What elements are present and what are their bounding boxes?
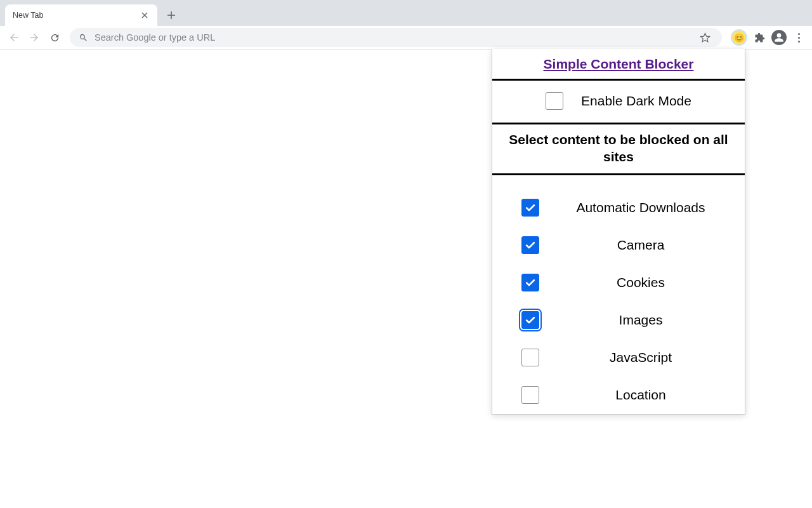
block-item-checkbox[interactable] [521,311,539,329]
block-list: Automatic DownloadsCameraCookiesImagesJa… [492,175,745,414]
profile-avatar-icon[interactable] [771,30,787,45]
block-item-row: Cookies [492,264,745,302]
block-item-row: Camera [492,227,745,264]
popup-title: Simple Content Blocker [492,49,745,79]
block-item-row: JavaScript [492,339,745,377]
block-item-checkbox[interactable] [521,236,539,254]
forward-button[interactable] [25,29,43,46]
block-item-row: Location [492,377,745,414]
block-item-row: Images [492,302,745,339]
block-item-label: Cookies [568,275,745,290]
block-item-label: Images [568,312,745,328]
address-bar[interactable]: Search Google or type a URL [70,28,722,47]
bookmark-star-icon[interactable] [700,32,710,43]
omnibox-placeholder: Search Google or type a URL [95,32,700,43]
dark-mode-label: Enable Dark Mode [581,93,691,109]
extension-icon[interactable]: 😊 [731,29,747,46]
popup-title-link[interactable]: Simple Content Blocker [544,57,694,71]
back-button[interactable] [5,29,23,46]
tab-title: New Tab [13,11,140,20]
tab-strip: New Tab [0,0,812,26]
block-item-checkbox[interactable] [521,386,539,404]
block-item-label: Location [568,387,745,403]
block-item-label: Automatic Downloads [568,200,745,215]
reload-button[interactable] [46,29,63,46]
extensions-puzzle-icon[interactable] [751,29,768,46]
block-item-checkbox[interactable] [521,349,539,366]
search-icon [79,33,88,43]
browser-toolbar: Search Google or type a URL 😊 [0,26,812,50]
block-item-checkbox[interactable] [521,199,539,217]
extension-popup: Simple Content Blocker Enable Dark Mode … [492,49,745,415]
dark-mode-checkbox[interactable] [546,92,563,110]
new-tab-button[interactable] [162,6,180,24]
browser-menu-button[interactable] [790,29,807,46]
block-item-label: JavaScript [568,350,745,365]
browser-tab[interactable]: New Tab [5,4,157,26]
section-heading: Select content to be blocked on all site… [492,124,745,173]
block-item-label: Camera [568,237,745,253]
block-item-checkbox[interactable] [521,274,539,291]
block-item-row: Automatic Downloads [492,189,745,227]
close-tab-icon[interactable] [140,10,150,20]
dark-mode-row: Enable Dark Mode [492,81,745,123]
